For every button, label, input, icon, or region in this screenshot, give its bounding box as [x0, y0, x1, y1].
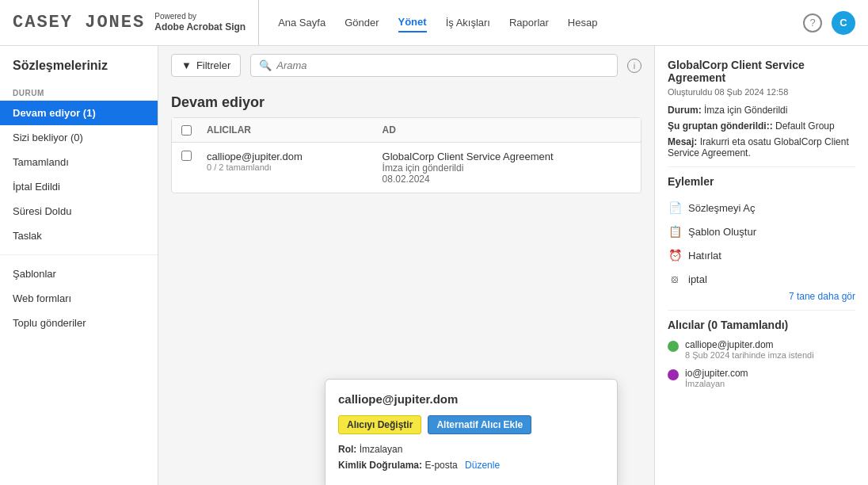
sidebar-item-toplu-gonderiler[interactable]: Toplu gönderiler	[0, 311, 158, 335]
recipient-item-2: io@jupiter.com İmzalayan	[668, 368, 855, 388]
popup-identity-label: Kimlik Doğrulama:	[338, 460, 422, 471]
powered-by-line1: Powered by	[154, 11, 246, 21]
recipient-1-email: calliope@jupiter.dom	[685, 339, 814, 350]
change-recipient-button[interactable]: Alıcıyı Değiştir	[338, 415, 421, 434]
popup-role-value: İmzalayan	[360, 444, 403, 455]
main-nav: Ana Sayfa Gönder Yönet İş Akışları Rapor…	[278, 13, 803, 32]
topbar: CASEY JONES Powered by Adobe Acrobat Sig…	[0, 0, 868, 46]
row-agreement-info: GlobalCorp Client Service Agreement İmza…	[383, 151, 631, 185]
sidebar-item-devam-ediyor[interactable]: Devam ediyor (1)	[0, 101, 158, 125]
template-icon: 📋	[668, 224, 682, 239]
sidebar-item-suresi-doldu[interactable]: Süresi Doldu	[0, 199, 158, 223]
popup-role-label: Rol:	[338, 444, 356, 455]
search-input[interactable]	[276, 59, 609, 71]
right-panel: GlobalCorp Client Service Agreement Oluş…	[654, 46, 868, 485]
filter-button[interactable]: ▼ Filtreler	[171, 54, 241, 77]
powered-by: Powered by Adobe Acrobat Sign	[154, 11, 246, 34]
agreement-name: GlobalCorp Client Service Agreement	[383, 151, 631, 162]
action-remind-label: Hatırlat	[688, 250, 721, 262]
row-checkbox[interactable]	[181, 151, 192, 161]
sidebar: Sözleşmeleriniz DURUM Devam ediyor (1) S…	[0, 46, 158, 485]
popup-identity-value: E-posta	[424, 460, 457, 471]
header-recipients: ALICILAR	[207, 124, 373, 136]
search-area: 🔍	[250, 54, 618, 77]
agreement-date: 08.02.2024	[383, 174, 631, 185]
action-open-agreement[interactable]: 📄 Sözleşmeyi Aç	[668, 196, 855, 220]
main-layout: Sözleşmeleriniz DURUM Devam ediyor (1) S…	[0, 46, 868, 485]
sidebar-item-tamamlandi[interactable]: Tamamlandı	[0, 150, 158, 174]
sidebar-title: Sözleşmeleriniz	[0, 59, 158, 82]
panel-message-label: Mesaj:	[668, 136, 697, 147]
recipient-1-sub: 8 Şub 2024 tarihinde imza istendi	[685, 350, 814, 360]
search-icon: 🔍	[259, 59, 272, 71]
x-circle-icon: ⦻	[668, 272, 682, 286]
nav-is-akislari[interactable]: İş Akışları	[446, 13, 490, 32]
action-remind[interactable]: ⏰ Hatırlat	[668, 243, 855, 267]
sidebar-status-label: DURUM	[0, 82, 158, 101]
table-header: ALICILAR AD	[172, 118, 641, 143]
nav-raporlar[interactable]: Raporlar	[509, 13, 549, 32]
recipient-2-sub: İmzalayan	[685, 379, 748, 388]
powered-by-brand: Adobe Acrobat Sign	[154, 21, 246, 34]
header-checkbox-col	[181, 125, 197, 136]
agreement-table: ALICILAR AD calliope@jupiter.dom 0 / 2 t…	[171, 117, 641, 193]
help-icon[interactable]: ?	[803, 13, 822, 32]
recipient-popup: calliope@jupiter.dom Alıcıyı Değiştir Al…	[325, 379, 618, 485]
nav-gonder[interactable]: Gönder	[345, 13, 379, 32]
popup-edit-link[interactable]: Düzenle	[465, 460, 500, 471]
filter-label: Filtreler	[196, 59, 230, 71]
filter-bar: ▼ Filtreler 🔍 i	[158, 46, 654, 85]
content-area: ▼ Filtreler 🔍 i Devam ediyor ALICILAR AD	[158, 46, 654, 485]
info-icon[interactable]: i	[627, 59, 641, 73]
action-template-label: Şablon Oluştur	[688, 226, 756, 238]
row-recipient: calliope@jupiter.dom 0 / 2 tamamlandı	[207, 151, 373, 172]
panel-title: GlobalCorp Client Service Agreement	[668, 59, 855, 84]
table-row[interactable]: calliope@jupiter.dom 0 / 2 tamamlandı Gl…	[172, 143, 641, 193]
recipient-info-1: calliope@jupiter.dom 8 Şub 2024 tarihind…	[685, 339, 814, 360]
action-cancel[interactable]: ⦻ iptal	[668, 267, 855, 291]
panel-message: Mesaj: Irakurri eta osatu GlobalCorp Cli…	[668, 136, 855, 158]
more-actions-link[interactable]: 7 tane daha gör	[668, 291, 855, 302]
action-cancel-label: iptal	[688, 273, 707, 285]
filter-icon: ▼	[181, 59, 192, 71]
popup-email: calliope@jupiter.dom	[338, 392, 604, 406]
document-icon: 📄	[668, 200, 682, 215]
select-all-checkbox[interactable]	[181, 125, 192, 136]
add-alt-recipient-button[interactable]: Alternatif Alıcı Ekle	[428, 415, 531, 434]
sidebar-item-iptal-edildi[interactable]: İptal Edildi	[0, 174, 158, 199]
popup-actions: Alıcıyı Değiştir Alternatif Alıcı Ekle	[338, 415, 604, 434]
nav-hesap[interactable]: Hesap	[568, 13, 598, 32]
panel-created: Oluşturuldu 08 Şub 2024 12:58	[668, 87, 855, 97]
actions-title: Eylemler	[668, 175, 855, 188]
row-checkbox-col	[181, 151, 197, 161]
recipients-title: Alıcılar (0 Tamamlandı)	[668, 319, 855, 331]
recipient-2-email: io@jupiter.com	[685, 368, 748, 379]
action-open-label: Sözleşmeyi Aç	[688, 202, 756, 214]
panel-status-value: İmza için Gönderildi	[704, 105, 787, 116]
logo-area: CASEY JONES Powered by Adobe Acrobat Sig…	[13, 0, 259, 45]
avatar[interactable]: C	[832, 11, 855, 35]
section-heading: Devam ediyor	[171, 85, 641, 117]
sidebar-item-sizi-bekliyor[interactable]: Sizi bekliyor (0)	[0, 125, 158, 150]
panel-group-label: Şu gruptan gönderildi::	[668, 120, 773, 132]
clock-icon: ⏰	[668, 248, 682, 262]
panel-group-value: Default Group	[775, 120, 835, 132]
nav-icons: ? C	[803, 11, 855, 35]
nav-yonet[interactable]: Yönet	[398, 13, 427, 32]
recipients-section: calliope@jupiter.dom 8 Şub 2024 tarihind…	[668, 339, 855, 388]
sidebar-item-taslak[interactable]: Taslak	[0, 223, 158, 248]
recipient-item-1: calliope@jupiter.dom 8 Şub 2024 tarihind…	[668, 339, 855, 360]
popup-role: Rol: İmzalayan	[338, 444, 604, 455]
panel-status-label: Durum:	[668, 105, 702, 116]
recipient-info-2: io@jupiter.com İmzalayan	[685, 368, 748, 388]
nav-ana-sayfa[interactable]: Ana Sayfa	[278, 13, 326, 32]
action-create-template[interactable]: 📋 Şablon Oluştur	[668, 220, 855, 243]
sidebar-item-sablonlar[interactable]: Şablonlar	[0, 262, 158, 286]
header-name: AD	[383, 124, 631, 136]
panel-divider-1	[668, 166, 855, 167]
recipient-progress: 0 / 2 tamamlandı	[207, 162, 373, 172]
popup-identity: Kimlik Doğrulama: E-posta Düzenle	[338, 460, 604, 471]
logo: CASEY JONES	[13, 13, 145, 32]
recipient-email: calliope@jupiter.dom	[207, 151, 373, 162]
sidebar-item-web-formlari[interactable]: Web formları	[0, 286, 158, 311]
